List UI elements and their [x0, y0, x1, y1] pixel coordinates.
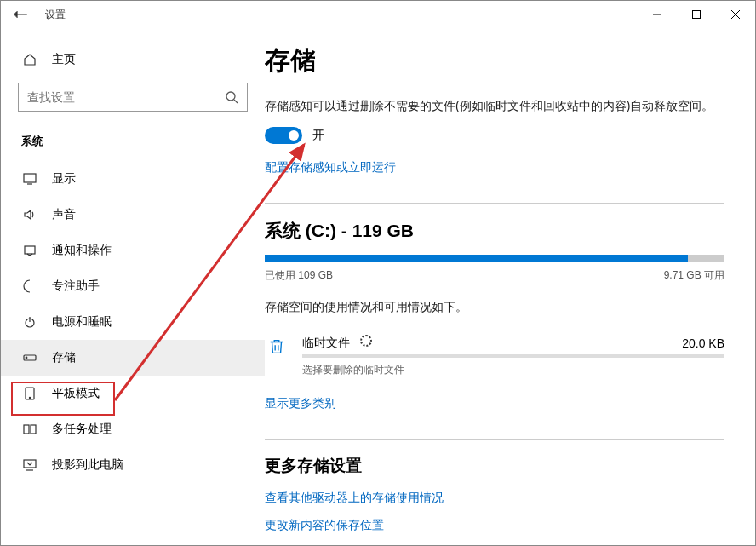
- nav-label: 专注助手: [52, 279, 100, 294]
- nav-label: 电源和睡眠: [52, 314, 112, 330]
- storage-icon: [23, 351, 37, 365]
- configure-storage-sense-link[interactable]: 配置存储感知或立即运行: [265, 160, 396, 175]
- nav-label: 存储: [52, 350, 76, 365]
- category-temp-files[interactable]: 临时文件 20.0 KB 选择要删除的临时文件: [265, 328, 724, 384]
- sidebar: 主页 系统 显示 声音 通知和操作 专注助手: [1, 28, 265, 545]
- focus-icon: [23, 279, 37, 293]
- sidebar-item-display[interactable]: 显示: [1, 161, 265, 197]
- svg-rect-16: [31, 425, 36, 434]
- show-more-categories-link[interactable]: 显示更多类别: [265, 396, 336, 411]
- search-icon: [225, 90, 238, 104]
- storage-sense-description: 存储感知可以通过删除不需要的文件(例如临时文件和回收站中的内容)自动释放空间。: [265, 97, 724, 115]
- sidebar-item-storage[interactable]: 存储: [1, 340, 265, 376]
- titlebar: 🠐 设置: [1, 1, 755, 28]
- sidebar-item-focus[interactable]: 专注助手: [1, 268, 265, 304]
- sidebar-item-notifications[interactable]: 通知和操作: [1, 233, 265, 268]
- sidebar-item-power[interactable]: 电源和睡眠: [1, 304, 265, 340]
- other-drives-link[interactable]: 查看其他驱动器上的存储使用情况: [265, 491, 724, 506]
- loading-spinner-icon: [360, 335, 372, 347]
- notification-icon: [23, 244, 37, 257]
- category-sub: 选择要删除的临时文件: [302, 363, 724, 377]
- multitask-icon: [23, 422, 37, 436]
- sidebar-home[interactable]: 主页: [1, 45, 265, 83]
- svg-rect-8: [25, 246, 35, 254]
- section-label: 系统: [1, 129, 265, 161]
- window-title: 设置: [45, 8, 66, 22]
- trash-icon: [265, 335, 289, 359]
- svg-rect-1: [693, 11, 701, 19]
- svg-line-5: [234, 100, 238, 103]
- nav-label: 平板模式: [52, 386, 100, 401]
- tablet-icon: [23, 387, 37, 400]
- divider: [265, 203, 724, 204]
- sidebar-item-sound[interactable]: 声音: [1, 197, 265, 233]
- svg-rect-6: [24, 174, 36, 182]
- drive-usage-fill: [265, 255, 688, 262]
- svg-point-14: [29, 397, 30, 398]
- close-button[interactable]: [716, 1, 755, 28]
- display-icon: [23, 172, 37, 186]
- svg-point-12: [26, 357, 27, 359]
- more-storage-heading: 更多存储设置: [265, 455, 724, 477]
- power-icon: [23, 315, 37, 329]
- content: 存储 存储感知可以通过删除不需要的文件(例如临时文件和回收站中的内容)自动释放空…: [265, 28, 755, 545]
- project-icon: [23, 458, 37, 472]
- nav-label: 通知和操作: [52, 243, 112, 258]
- page-title: 存储: [265, 43, 724, 78]
- drive-title: 系统 (C:) - 119 GB: [265, 219, 724, 243]
- nav-label: 声音: [52, 207, 76, 222]
- category-name: 临时文件: [302, 336, 350, 349]
- search-input[interactable]: [27, 90, 225, 104]
- used-label: 已使用 109 GB: [265, 268, 333, 283]
- svg-rect-15: [24, 425, 29, 434]
- search-box[interactable]: [18, 83, 248, 112]
- divider: [265, 439, 724, 440]
- save-location-link[interactable]: 更改新内容的保存位置: [265, 518, 724, 533]
- nav-label: 投影到此电脑: [52, 457, 123, 473]
- home-label: 主页: [52, 52, 76, 67]
- sound-icon: [23, 208, 37, 221]
- nav-label: 多任务处理: [52, 422, 112, 437]
- svg-point-4: [226, 92, 235, 101]
- back-button[interactable]: 🠐: [13, 6, 28, 24]
- free-label: 9.71 GB 可用: [664, 268, 724, 283]
- toggle-state-label: 开: [312, 128, 324, 143]
- category-bar: [302, 354, 724, 358]
- sidebar-item-projecting[interactable]: 投影到此电脑: [1, 447, 265, 483]
- home-icon: [23, 53, 37, 66]
- nav-label: 显示: [52, 171, 76, 187]
- storage-sense-toggle[interactable]: [265, 127, 302, 144]
- maximize-button[interactable]: [677, 1, 716, 28]
- sidebar-item-tablet[interactable]: 平板模式: [1, 376, 265, 411]
- category-size: 20.0 KB: [682, 336, 724, 350]
- minimize-button[interactable]: [638, 1, 677, 28]
- usage-description: 存储空间的使用情况和可用情况如下。: [265, 298, 724, 316]
- drive-usage-bar: [265, 255, 724, 262]
- svg-rect-17: [24, 460, 36, 468]
- sidebar-item-multitask[interactable]: 多任务处理: [1, 411, 265, 447]
